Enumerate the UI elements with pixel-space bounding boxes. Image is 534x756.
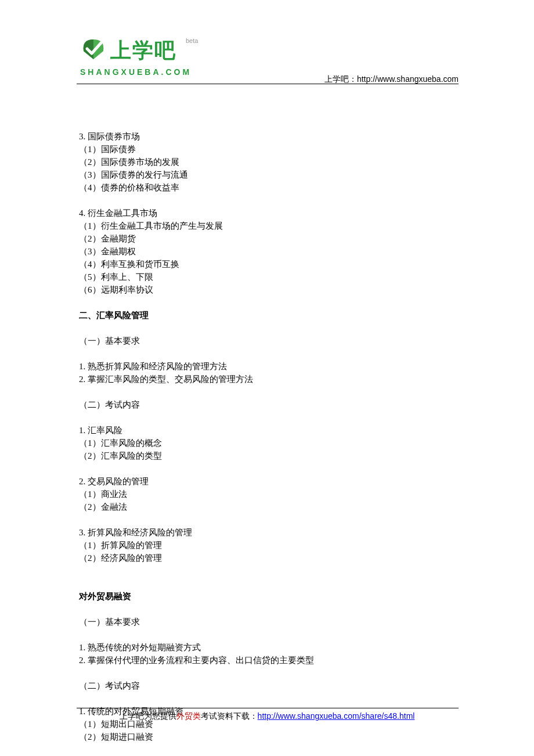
header-right-url: http://www.shangxueba.com (357, 74, 459, 84)
spacer (79, 603, 457, 615)
content-line: （1）折算风险的管理 (79, 539, 457, 552)
content-line: （1）衍生金融工具市场的产生与发展 (79, 219, 457, 232)
content-line: （2）汇率风险的类型 (79, 449, 457, 462)
content-line: （3）国际债券的发行与流通 (79, 168, 457, 181)
content-line: 2. 掌握保付代理的业务流程和主要内容、出口信贷的主要类型 (79, 654, 457, 667)
section-heading: 对外贸易融资 (79, 590, 457, 603)
spacer (79, 577, 457, 590)
footer-link[interactable]: http://www.shangxueba.com/share/s48.html (258, 711, 415, 721)
spacer (79, 296, 457, 309)
content-line: 2. 掌握汇率风险的类型、交易风险的管理方法 (79, 373, 457, 386)
logo-text: 上学吧 (110, 35, 176, 66)
content-line: 3. 折算风险和经济风险的管理 (79, 526, 457, 539)
content-line: （1）国际债券 (79, 143, 457, 156)
spacer (79, 513, 457, 526)
content-line: （4）债券的价格和收益率 (79, 181, 457, 194)
section-heading: 二、汇率风险管理 (79, 309, 457, 322)
content-line: （二）考试内容 (79, 679, 457, 692)
content-line: （2）金融期货 (79, 232, 457, 245)
spacer (79, 667, 457, 679)
content-line: 1. 熟悉传统的对外短期融资方式 (79, 641, 457, 654)
spacer (79, 322, 457, 334)
content-line: （2）金融法 (79, 501, 457, 513)
content-line: 4. 衍生金融工具市场 (79, 207, 457, 219)
content-line: （6）远期利率协议 (79, 283, 457, 296)
content-line: （2）短期进口融资 (79, 730, 457, 743)
content-line: （一）基本要求 (79, 334, 457, 347)
spacer (79, 462, 457, 475)
footer-category: 外贸类 (176, 711, 201, 721)
header-divider (77, 84, 459, 84)
header-right-label: 上学吧： (324, 74, 357, 84)
document-content: 3. 国际债券市场（1）国际债券（2）国际债券市场的发展（3）国际债券的发行与流… (0, 34, 534, 756)
content-line: 1. 熟悉折算风险和经济风险的管理方法 (79, 360, 457, 373)
site-logo: 上学吧 beta SHANGXUEBA.COM (79, 34, 204, 75)
logo-domain: SHANGXUEBA.COM (80, 66, 192, 78)
content-line: （2）经济风险的管理 (79, 552, 457, 564)
spacer (79, 347, 457, 360)
content-line: （5）利率上、下限 (79, 271, 457, 283)
content-line: 2. 交易风险的管理 (79, 475, 457, 488)
spacer (79, 743, 457, 756)
content-line: （1）商业法 (79, 488, 457, 501)
spacer (79, 628, 457, 641)
content-line: （3）金融期权 (79, 245, 457, 258)
spacer (79, 564, 457, 577)
content-line: 1. 汇率风险 (79, 424, 457, 437)
logo-beta: beta (186, 36, 198, 46)
spacer (79, 692, 457, 705)
footer-suffix: 考试资料下载： (201, 711, 258, 721)
spacer (79, 386, 457, 398)
spacer (79, 411, 457, 424)
footer-prefix: 上学吧为您提供 (120, 711, 176, 721)
content-line: 3. 国际债券市场 (79, 130, 457, 143)
leaf-check-icon (79, 35, 108, 64)
footer-divider (77, 708, 459, 708)
content-line: （1）汇率风险的概念 (79, 437, 457, 449)
page-footer: 上学吧为您提供外贸类考试资料下载：http://www.shangxueba.c… (0, 710, 534, 722)
content-line: （4）利率互换和货币互换 (79, 258, 457, 271)
content-line: （一）基本要求 (79, 615, 457, 628)
page-header: 上学吧 beta SHANGXUEBA.COM 上学吧：http://www.s… (0, 0, 534, 34)
content-line: （二）考试内容 (79, 398, 457, 411)
spacer (79, 194, 457, 207)
content-line: （2）国际债券市场的发展 (79, 156, 457, 168)
